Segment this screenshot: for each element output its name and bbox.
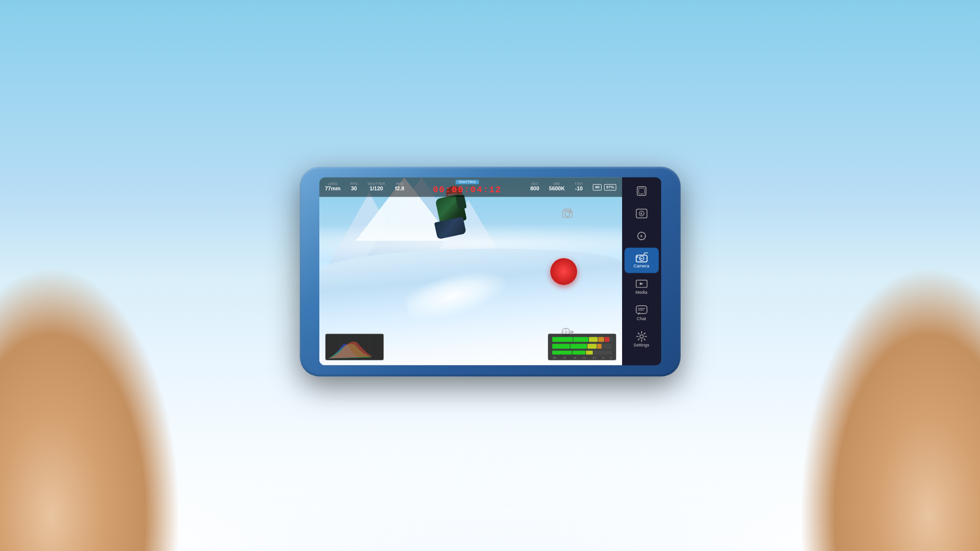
chat-label: Chat — [637, 316, 646, 321]
camera-icon — [635, 252, 648, 262]
lens-label: LENS — [328, 182, 337, 185]
tint-value: -10 — [575, 185, 583, 192]
lens-value: 77mm — [325, 185, 341, 192]
sidebar-item-grid[interactable] — [625, 180, 659, 202]
grid-icon — [635, 186, 648, 196]
film-mode-badge[interactable]: Short Films — [456, 180, 479, 184]
svg-point-2 — [569, 211, 571, 213]
sidebar-item-media[interactable]: Media — [625, 274, 659, 299]
sidebar: A A — [622, 177, 661, 365]
hud-iso[interactable]: ISO 800 — [530, 182, 539, 192]
4k-badge: 4K — [593, 184, 602, 190]
histogram-overlay — [325, 333, 384, 360]
camera-view[interactable]: LENS 77mm FPS 30 SHUTTER 1/120 IRIS f2.8 — [319, 177, 622, 365]
record-button[interactable] — [550, 258, 577, 285]
sidebar-item-autoexposure[interactable]: A — [625, 225, 659, 246]
hud-timer: Short Films 00:00:04:12 — [414, 180, 521, 195]
wb-value: 5600K — [549, 185, 564, 192]
autoexposure-icon: A — [635, 231, 648, 241]
timer-value: 00:00:04:12 — [433, 185, 502, 195]
phone-body: LENS 77mm FPS 30 SHUTTER 1/120 IRIS f2.8 — [300, 166, 681, 376]
svg-point-28 — [640, 334, 643, 338]
iso-value: 800 — [530, 185, 539, 192]
fps-label: FPS — [350, 182, 357, 185]
media-icon — [635, 279, 648, 288]
chat-icon — [635, 305, 648, 315]
hud-top-bar: LENS 77mm FPS 30 SHUTTER 1/120 IRIS f2.8 — [319, 177, 622, 197]
svg-rect-25 — [636, 306, 647, 313]
battery-badge: 97% — [604, 184, 616, 190]
remote-camera-icon — [561, 208, 574, 219]
histogram-chart — [326, 334, 384, 360]
media-label: Media — [635, 290, 647, 295]
settings-label: Settings — [633, 343, 649, 347]
sidebar-item-camera[interactable]: Camera — [625, 247, 659, 273]
svg-point-23 — [637, 256, 638, 258]
svg-rect-15 — [639, 188, 645, 194]
camera-label: Camera — [633, 264, 649, 268]
wb-label: WB — [554, 182, 560, 185]
remote-camera-button[interactable] — [559, 206, 576, 220]
iris-value: f2.8 — [395, 185, 404, 192]
shutter-value: 1/120 — [370, 185, 383, 192]
svg-point-1 — [565, 211, 570, 216]
iris-label: IRIS — [396, 182, 404, 185]
iso-label: ISO — [531, 182, 538, 185]
sidebar-item-chat[interactable]: Chat — [625, 300, 659, 326]
hud-wb[interactable]: WB 5600K — [549, 182, 564, 192]
shutter-label: SHUTTER — [367, 182, 385, 185]
svg-text:A: A — [640, 234, 643, 238]
phone-screen: LENS 77mm FPS 30 SHUTTER 1/120 IRIS f2.8 — [319, 177, 661, 365]
audio-meter-overlay: -30-20-18-12-10-60 — [548, 333, 616, 360]
svg-text:A: A — [640, 212, 643, 215]
hud-fps[interactable]: FPS 30 — [350, 182, 357, 192]
hud-shutter[interactable]: SHUTTER 1/120 — [367, 182, 385, 192]
settings-icon — [635, 331, 648, 341]
fps-value: 30 — [351, 185, 357, 192]
hud-lens[interactable]: LENS 77mm — [325, 182, 341, 192]
hud-tint[interactable]: TINT -10 — [575, 182, 584, 192]
hud-quality[interactable]: 4K 97% — [593, 184, 616, 190]
hud-iris[interactable]: IRIS f2.8 — [395, 182, 404, 192]
tint-label: TINT — [575, 182, 584, 185]
sidebar-item-autofocus[interactable]: A — [625, 203, 659, 224]
autofocus-icon: A — [635, 208, 648, 218]
sidebar-item-settings[interactable]: Settings — [625, 327, 659, 352]
